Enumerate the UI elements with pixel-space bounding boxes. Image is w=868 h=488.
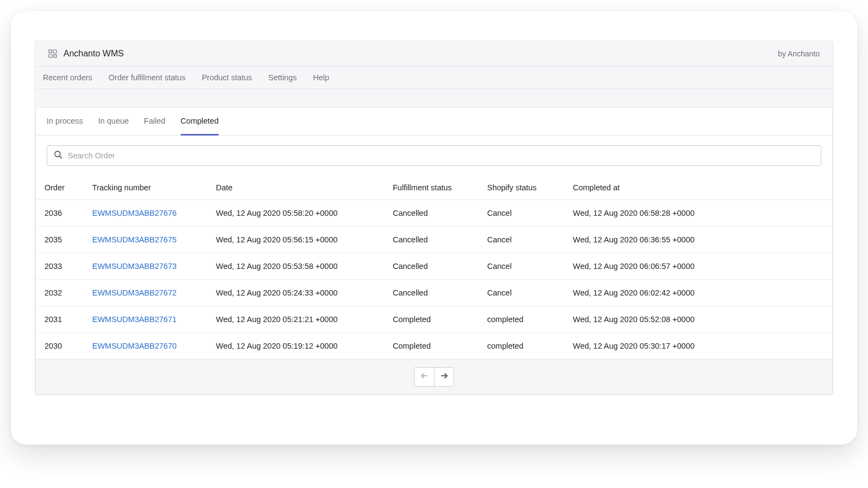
cell-shopify: Cancel xyxy=(478,200,564,227)
tracking-link[interactable]: EWMSUDM3ABB27670 xyxy=(92,342,177,350)
cell-fulfillment: Completed xyxy=(384,333,478,359)
cell-date: Wed, 12 Aug 2020 05:58:20 +0000 xyxy=(207,200,384,227)
pagination xyxy=(36,359,832,394)
by-vendor-text: by Anchanto xyxy=(778,49,820,58)
cell-fulfillment: Completed xyxy=(384,306,478,333)
cell-order: 2031 xyxy=(36,306,84,333)
tracking-link[interactable]: EWMSUDM3ABB27672 xyxy=(92,288,177,297)
orders-table: Order Tracking number Date Fulfillment s… xyxy=(36,176,832,359)
nav-settings[interactable]: Settings xyxy=(269,73,297,82)
table-row: 2031EWMSUDM3ABB27671Wed, 12 Aug 2020 05:… xyxy=(36,306,832,333)
svg-rect-1 xyxy=(53,50,56,53)
cell-date: Wed, 12 Aug 2020 05:53:58 +0000 xyxy=(207,253,384,280)
table-header-row: Order Tracking number Date Fulfillment s… xyxy=(36,176,832,200)
arrow-left-icon xyxy=(419,371,429,383)
nav-order-fulfilment-status[interactable]: Order fulfilment status xyxy=(108,73,186,82)
table-row: 2035EWMSUDM3ABB27675Wed, 12 Aug 2020 05:… xyxy=(36,227,832,253)
nav-help[interactable]: Help xyxy=(313,73,329,82)
col-header-fulfillment: Fulfillment status xyxy=(384,176,478,200)
tab-failed[interactable]: Failed xyxy=(144,108,165,136)
cell-completed: Wed, 12 Aug 2020 06:02:42 +0000 xyxy=(564,280,832,306)
cell-order: 2032 xyxy=(36,280,84,306)
cell-shopify: Cancel xyxy=(478,280,564,306)
cell-completed: Wed, 12 Aug 2020 06:58:28 +0000 xyxy=(564,200,832,227)
cell-shopify: Cancel xyxy=(478,253,564,280)
cell-order: 2033 xyxy=(36,253,84,280)
svg-point-4 xyxy=(55,151,60,157)
cell-date: Wed, 12 Aug 2020 05:56:15 +0000 xyxy=(207,227,384,253)
app-logo-icon xyxy=(48,49,57,58)
svg-rect-2 xyxy=(49,54,52,57)
col-header-tracking: Tracking number xyxy=(84,176,207,200)
cell-fulfillment: Cancelled xyxy=(384,200,478,227)
cell-order: 2035 xyxy=(36,227,84,253)
app-window: Anchanto WMS by Anchanto Recent orders O… xyxy=(11,11,857,445)
cell-date: Wed, 12 Aug 2020 05:19:12 +0000 xyxy=(207,333,384,359)
svg-rect-0 xyxy=(49,50,52,53)
nav-recent-orders[interactable]: Recent orders xyxy=(43,73,92,82)
search-icon xyxy=(54,150,62,161)
main-nav: Recent orders Order fulfilment status Pr… xyxy=(35,67,833,89)
app-title: Anchanto WMS xyxy=(63,49,124,59)
status-tabs: In process In queue Failed Completed xyxy=(36,108,832,136)
cell-fulfillment: Cancelled xyxy=(384,227,478,253)
cell-shopify: Cancel xyxy=(478,227,564,253)
search-box[interactable] xyxy=(47,145,821,166)
tracking-link[interactable]: EWMSUDM3ABB27671 xyxy=(92,315,177,324)
col-header-date: Date xyxy=(207,176,384,200)
cell-date: Wed, 12 Aug 2020 05:24:33 +0000 xyxy=(207,280,384,306)
cell-completed: Wed, 12 Aug 2020 06:36:55 +0000 xyxy=(564,227,832,253)
content-card: In process In queue Failed Completed xyxy=(35,107,833,395)
cell-fulfillment: Cancelled xyxy=(384,280,478,306)
panel-header: Anchanto WMS by Anchanto xyxy=(35,41,833,67)
table-row: 2033EWMSUDM3ABB27673Wed, 12 Aug 2020 05:… xyxy=(36,253,832,280)
pager-buttons xyxy=(414,367,454,387)
tracking-link[interactable]: EWMSUDM3ABB27676 xyxy=(92,209,177,217)
col-header-order: Order xyxy=(36,176,84,200)
main-panel: Anchanto WMS by Anchanto Recent orders O… xyxy=(35,41,833,395)
cell-shopify: completed xyxy=(478,333,564,359)
table-row: 2030EWMSUDM3ABB27670Wed, 12 Aug 2020 05:… xyxy=(36,333,832,359)
nav-product-status[interactable]: Product status xyxy=(202,73,252,82)
cell-completed: Wed, 12 Aug 2020 05:52:08 +0000 xyxy=(564,306,832,333)
header-left: Anchanto WMS xyxy=(48,49,124,59)
col-header-completed: Completed at xyxy=(564,176,832,200)
table-row: 2036EWMSUDM3ABB27676Wed, 12 Aug 2020 05:… xyxy=(36,200,832,227)
tab-in-process[interactable]: In process xyxy=(47,108,83,136)
cell-date: Wed, 12 Aug 2020 05:21:21 +0000 xyxy=(207,306,384,333)
cell-completed: Wed, 12 Aug 2020 06:06:57 +0000 xyxy=(564,253,832,280)
search-input[interactable] xyxy=(68,151,814,160)
cell-order: 2036 xyxy=(36,200,84,227)
table-row: 2032EWMSUDM3ABB27672Wed, 12 Aug 2020 05:… xyxy=(36,280,832,306)
col-header-shopify: Shopify status xyxy=(478,176,564,200)
cell-order: 2030 xyxy=(36,333,84,359)
search-wrap xyxy=(36,136,832,176)
tab-completed[interactable]: Completed xyxy=(181,108,219,136)
prev-page-button[interactable] xyxy=(414,368,434,386)
tracking-link[interactable]: EWMSUDM3ABB27673 xyxy=(92,262,177,271)
cell-completed: Wed, 12 Aug 2020 05:30:17 +0000 xyxy=(564,333,832,359)
svg-line-5 xyxy=(60,156,62,158)
next-page-button[interactable] xyxy=(434,368,454,386)
cell-shopify: completed xyxy=(478,306,564,333)
svg-rect-3 xyxy=(54,55,56,57)
tab-in-queue[interactable]: In queue xyxy=(98,108,129,136)
tracking-link[interactable]: EWMSUDM3ABB27675 xyxy=(92,235,177,244)
cell-fulfillment: Cancelled xyxy=(384,253,478,280)
arrow-right-icon xyxy=(439,371,449,383)
